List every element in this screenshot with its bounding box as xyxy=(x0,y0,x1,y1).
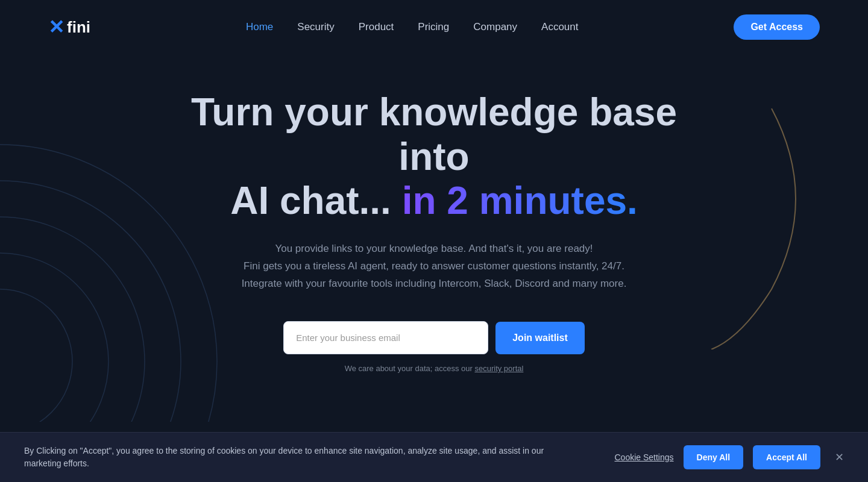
subtitle-line2: Fini gets you a tireless AI agent, ready… xyxy=(244,260,624,272)
email-input[interactable] xyxy=(283,321,488,354)
subtitle-line3: Integrate with your favourite tools incl… xyxy=(242,278,627,289)
hero-title: Turn your knowledge base into AI chat...… xyxy=(163,90,705,224)
deny-all-button[interactable]: Deny All xyxy=(684,445,744,469)
nav-item-pricing[interactable]: Pricing xyxy=(418,21,449,33)
cookie-actions: Cookie Settings Deny All Accept All ✕ xyxy=(614,445,844,469)
email-form: Join waitlist xyxy=(283,321,585,354)
nav-links: Home Security Product Pricing Company Ac… xyxy=(246,21,579,33)
security-note: We care about your data; access our secu… xyxy=(345,364,524,373)
cookie-message: By Clicking on "Accept", you agree to th… xyxy=(24,445,567,470)
join-waitlist-button[interactable]: Join waitlist xyxy=(495,322,585,354)
nav-item-security[interactable]: Security xyxy=(297,21,334,33)
hero-title-highlight: in 2 minutes. xyxy=(402,179,638,222)
navbar: ✕ fini Home Security Product Pricing Com… xyxy=(0,0,868,54)
subtitle-line1: You provide links to your knowledge base… xyxy=(275,243,593,254)
security-note-text: We care about your data; access our xyxy=(345,364,475,373)
security-portal-link[interactable]: security portal xyxy=(474,364,523,373)
hero-subtitle: You provide links to your knowledge base… xyxy=(242,240,627,293)
hero-title-part1: Turn your knowledge base into xyxy=(191,90,677,178)
nav-item-account[interactable]: Account xyxy=(541,21,578,33)
nav-item-company[interactable]: Company xyxy=(473,21,517,33)
accept-all-button[interactable]: Accept All xyxy=(753,445,820,469)
cookie-close-button[interactable]: ✕ xyxy=(835,451,844,464)
cookie-banner: By Clicking on "Accept", you agree to th… xyxy=(0,432,868,482)
get-access-button[interactable]: Get Access xyxy=(734,14,820,40)
nav-item-home[interactable]: Home xyxy=(246,21,273,33)
logo-x-icon: ✕ xyxy=(48,16,64,39)
brand-logo[interactable]: ✕ fini xyxy=(48,16,90,39)
hero-title-part2: AI chat... xyxy=(230,179,402,222)
cookie-settings-button[interactable]: Cookie Settings xyxy=(614,452,673,462)
hero-section: Turn your knowledge base into AI chat...… xyxy=(0,54,868,409)
nav-item-product[interactable]: Product xyxy=(359,21,394,33)
logo-name: fini xyxy=(67,18,90,37)
